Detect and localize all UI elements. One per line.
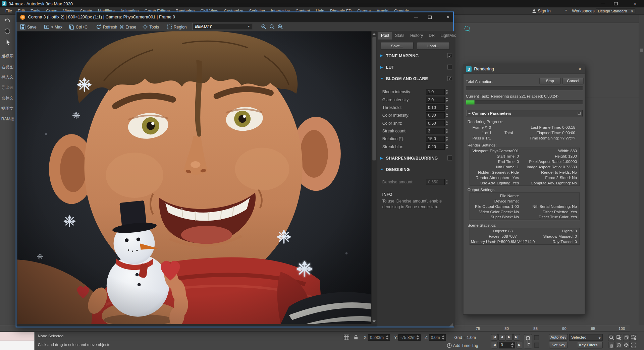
spinner[interactable] [445,105,449,111]
minimize-button[interactable]: — [597,0,608,7]
left-menu-item-right-view[interactable]: 右视图 [1,64,14,70]
corona-titlebar[interactable]: Corona 3 (Hotfix 2) | 880×1200px (1:1) |… [16,12,453,22]
orbit-button[interactable] [623,342,630,349]
x-coordinate-field[interactable]: 0.283m [368,334,390,340]
sign-in-button[interactable]: Sign In [538,9,550,13]
collapse-arrow-icon[interactable]: ▶ [380,156,383,160]
rendered-image[interactable] [17,31,371,324]
left-menu-item-back-view[interactable]: 后视图 [1,53,14,59]
left-menu-item-ram-player[interactable]: RAM播 [1,116,15,122]
tab-lightmix[interactable]: LightMix [438,32,459,40]
render-element-dropdown[interactable]: BEAUTY ▼ [192,23,252,30]
filter-toggle[interactable] [534,343,539,348]
current-frame-field[interactable]: 0 [499,342,515,349]
section-tone-mapping[interactable]: ▶ TONE MAPPING ✓ [377,53,455,59]
go-to-end-button[interactable]: ▶| [513,334,520,341]
common-parameters-rollout[interactable]: − Common Parameters [466,110,583,117]
tab-history[interactable]: History [407,32,426,40]
zoom-region-button[interactable] [631,334,637,341]
spinner[interactable] [445,128,449,134]
corona-close-button[interactable]: × [443,13,453,21]
undo-icon[interactable] [4,17,11,24]
section-sharpening[interactable]: ▶ SHARPENING/BLURRING ✓ [377,155,455,162]
z-coordinate-field[interactable]: 0.0m [429,334,446,340]
add-time-tag[interactable]: Add Time Tag [453,343,478,348]
tab-stats[interactable]: Stats [392,32,407,40]
vfb-refresh-button[interactable]: Refresh [95,23,118,31]
glare-intensity-field[interactable]: 2.0 [426,97,445,103]
left-menu-item-view-file[interactable]: 视图文 [1,106,14,111]
post-save-button[interactable]: Save... [381,42,414,50]
stop-button[interactable]: Stop [539,78,560,84]
section-denoising[interactable]: ▼ DENOISING [377,167,455,173]
zoom-all-button[interactable] [615,334,622,341]
streak-count-field[interactable]: 3 [426,128,445,134]
key-step-forward-button[interactable]: ▶ [516,342,523,349]
vfb-copy-button[interactable]: Ctrl+C [67,23,89,31]
section-bloom-glare[interactable]: ▼ BLOOM AND GLARE ✓ [377,76,455,82]
tone-mapping-checkbox[interactable]: ✓ [447,53,452,58]
left-menu-item-merge[interactable]: 合并文 [1,96,14,101]
walkthrough-button[interactable] [615,342,622,349]
maxscript-macro-recorder[interactable] [0,332,35,341]
set-key-button[interactable]: Set Key [549,342,568,349]
lasso-select-icon[interactable] [464,25,471,32]
collapse-arrow-icon[interactable]: ▶ [380,65,383,69]
expand-arrow-icon[interactable]: ▼ [380,167,384,171]
corona-minimize-button[interactable]: — [411,13,421,21]
expand-arrow-icon[interactable]: ▼ [380,76,384,80]
zoom-extents-button[interactable] [623,334,630,341]
menu-file[interactable]: File [2,7,15,14]
collapse-arrow-icon[interactable]: ▶ [380,53,383,57]
window-resize-grip[interactable] [449,323,453,327]
auto-key-button[interactable]: Auto Key [549,334,568,341]
set-keys-button[interactable] [524,334,532,348]
color-shift-field[interactable]: 0.50 [426,120,445,126]
spinner[interactable] [445,120,449,126]
previous-frame-button[interactable]: ◀ [498,334,505,341]
maximize-viewport-button[interactable] [631,342,637,349]
dialog-close-button[interactable]: × [576,65,584,73]
isolate-toggle-icon[interactable] [343,334,349,340]
scene-icon[interactable] [4,28,11,35]
selection-set-dropdown[interactable]: Selected▼ [569,334,603,341]
vfb-save-button[interactable]: Save [19,23,38,31]
right-edge-strip[interactable] [639,15,644,325]
selection-lock-icon[interactable] [353,334,359,340]
image-vertical-scrollbar[interactable] [371,31,377,324]
streak-blur-field[interactable]: 0.20 [426,143,445,150]
cancel-button[interactable]: Cancel [562,78,584,84]
right-edge-grip[interactable] [640,49,643,52]
vfb-zoom-in-button[interactable] [276,23,284,31]
rendering-dialog-titlebar[interactable]: 3 Rendering × [463,64,585,74]
key-step-back-button[interactable]: ◀ [491,342,498,349]
sharpening-checkbox[interactable]: ✓ [447,156,452,161]
channel-dropdown-arrow-icon[interactable]: ▼ [247,25,250,28]
vfb-to-max-button[interactable]: > Max [43,23,64,31]
post-load-button[interactable]: Load... [417,42,450,50]
left-menu-item-import[interactable]: 导入文 [1,74,14,80]
spinner[interactable] [445,112,449,118]
close-button[interactable]: × [630,0,640,7]
tab-dr[interactable]: DR [426,32,438,40]
mute-toggle[interactable] [534,335,539,340]
vfb-zoom-out-button[interactable] [260,23,268,31]
vfb-region-button[interactable]: Region [165,23,188,31]
zoom-button[interactable] [608,334,615,341]
y-coordinate-field[interactable]: -75.82m [398,334,421,340]
left-menu-item-export-selected[interactable]: 导出选 [1,85,14,91]
spinner[interactable] [445,136,449,142]
color-intensity-field[interactable]: 0.30 [426,112,445,118]
app-titlebar[interactable]: 3 04.max - Autodesk 3ds Max 2020 — × [0,0,644,7]
bloom-intensity-field[interactable]: 1.0 [426,89,445,95]
corona-maximize-button[interactable] [428,16,432,19]
vfb-tools-button[interactable]: Tools [141,23,160,31]
lut-checkbox[interactable]: ✓ [447,65,452,70]
spinner[interactable] [445,97,449,103]
maxscript-mini-listener[interactable] [0,341,35,350]
pan-button[interactable] [608,342,615,349]
spinner[interactable] [445,89,449,95]
bloom-glare-checkbox[interactable]: ✓ [447,76,452,81]
threshold-field[interactable]: 0.10 [426,105,445,111]
maximize-button[interactable] [614,2,618,5]
